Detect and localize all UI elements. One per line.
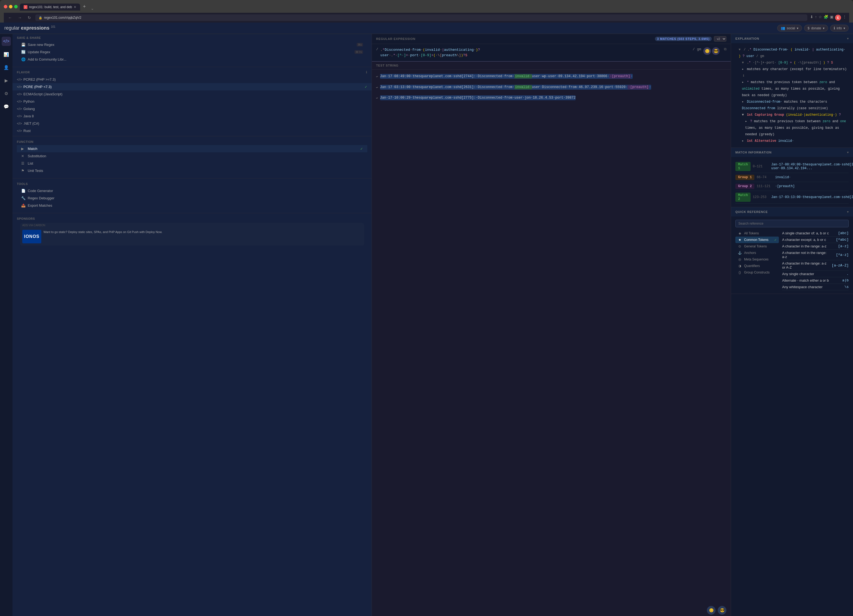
bookmark-icon[interactable]: ☆ bbox=[818, 15, 822, 21]
quick-ref-section: QUICK REFERENCE ▾ ◈ All Tokens ★ bbox=[731, 207, 853, 294]
rx-star2: * bbox=[393, 53, 395, 57]
maximize-window-button[interactable] bbox=[14, 5, 18, 8]
social-button[interactable]: 👥 social ▾ bbox=[777, 25, 802, 32]
flavor-java8-label: Java 8 bbox=[23, 114, 34, 118]
sidebar-toggle-icon[interactable]: ▣ bbox=[830, 15, 833, 21]
qr-row-8: Any whitespace character \s bbox=[782, 284, 848, 290]
test-string-content[interactable]: ↵ Jan·17·08:49:00·thesquareplanet.com·ss… bbox=[372, 70, 731, 108]
flavor-pcre[interactable]: </> PCRE (PHP <7.3) ✓ bbox=[12, 83, 372, 90]
tab-chevron-icon[interactable]: ⌄ bbox=[88, 6, 96, 11]
ecma-icon: </> bbox=[17, 92, 21, 96]
active-tab[interactable]: r regex101: build, test, and deb ✕ bbox=[20, 3, 80, 11]
tab-close-button[interactable]: ✕ bbox=[74, 5, 76, 9]
function-list[interactable]: ☰ List bbox=[17, 160, 367, 167]
match1-range: 0–121 bbox=[753, 165, 769, 168]
golang-icon: </> bbox=[17, 107, 21, 111]
qr-cat-all-tokens[interactable]: ◈ All Tokens bbox=[735, 230, 779, 237]
info-button[interactable]: ℹ info ▾ bbox=[830, 25, 848, 32]
extension-icon[interactable]: 🧩 bbox=[824, 15, 828, 21]
qr-cat-quantifiers[interactable]: ◑ Quantifiers bbox=[735, 262, 779, 269]
sidebar-icon-bar: </> 📊 👤 ▶ ⚙ 💬 bbox=[0, 34, 12, 616]
copy-regex-button[interactable]: ⧉ bbox=[724, 47, 726, 51]
flavor-info-icon[interactable]: ℹ bbox=[366, 70, 367, 74]
rx-quant1: + bbox=[406, 53, 408, 57]
test-string-panel: TEST STRING ↵ Jan·17·08:49:00·thesquarep… bbox=[372, 62, 731, 604]
back-button[interactable]: ← bbox=[6, 15, 14, 21]
match-info-header[interactable]: MATCH INFORMATION ▾ bbox=[731, 148, 853, 157]
tool-export-matches[interactable]: 📤 Export Matches bbox=[17, 202, 367, 209]
forward-button[interactable]: → bbox=[16, 15, 23, 21]
bottom-icon-2[interactable]: 😎 bbox=[718, 606, 726, 614]
flavor-java8[interactable]: </> Java 8 bbox=[12, 112, 372, 120]
donate-button[interactable]: $ donate ▾ bbox=[804, 25, 828, 32]
flavor-pcre2[interactable]: </> PCRE2 (PHP >=7.3) bbox=[12, 76, 372, 83]
function-match-label: Match bbox=[28, 147, 37, 151]
sidebar-icon-chat[interactable]: 💬 bbox=[2, 102, 11, 111]
function-match[interactable]: ▶ Match ✓ bbox=[17, 145, 367, 152]
qr-cat-common-tokens[interactable]: ★ Common Tokens ✓ bbox=[735, 237, 779, 243]
download-icon[interactable]: ⬇ bbox=[810, 15, 814, 21]
sidebar-icon-code[interactable]: </> bbox=[2, 37, 11, 46]
qr-cat-group-constructs[interactable]: () Group Constructs bbox=[735, 269, 779, 276]
url-bar[interactable]: 🔒 regex101.com/r/qqbZqh/2 bbox=[35, 14, 807, 21]
update-icon: 🔄 bbox=[21, 50, 26, 54]
sidebar-icon-user[interactable]: 👤 bbox=[2, 63, 11, 72]
rx-dot4: · bbox=[440, 48, 442, 52]
tab-bar: r regex101: build, test, and deb ✕ + ⌄ bbox=[20, 3, 96, 11]
exp-invalid-alt: invalid· bbox=[778, 139, 794, 143]
function-substitution-label: Substitution bbox=[28, 154, 46, 158]
minimize-window-button[interactable] bbox=[9, 5, 12, 8]
quick-ref-search[interactable] bbox=[735, 220, 848, 227]
tool-regex-debugger[interactable]: 🔧 Regex Debugger bbox=[17, 194, 367, 202]
regex-buddy-icon-2[interactable]: 😎 bbox=[712, 47, 719, 55]
function-substitution[interactable]: ✕ Substitution bbox=[17, 152, 367, 160]
flavor-python[interactable]: </> Python bbox=[12, 98, 372, 105]
bottom-icon-1[interactable]: 😊 bbox=[707, 606, 716, 614]
flavor-dotnet[interactable]: </> .NET (C#) bbox=[12, 120, 372, 127]
sponsor-section: SPONSORS ADS VIA CARBON IONOS Want to go… bbox=[12, 215, 372, 250]
regex-content: .*Disconnected·from·(invalid·|authentica… bbox=[380, 47, 690, 58]
group1-range: 66–74 bbox=[757, 176, 773, 179]
version-select[interactable]: v2 v1 bbox=[714, 36, 726, 41]
flavor-ecma[interactable]: </> ECMAScript (JavaScript) bbox=[12, 90, 372, 98]
sidebar-icon-settings[interactable]: ⚙ bbox=[2, 89, 11, 98]
center-panel: REGULAR EXPRESSION 3 matches (503 steps,… bbox=[372, 34, 731, 616]
meta-sequences-icon: ◎ bbox=[738, 258, 742, 261]
menu-icon[interactable]: ⋮ bbox=[843, 15, 847, 21]
match1-suffix: · bbox=[631, 74, 633, 78]
flavor-pcre2-label: PCRE2 (PHP >=7.3) bbox=[23, 77, 56, 82]
exp-zero: zero bbox=[819, 80, 827, 84]
quick-ref-header[interactable]: QUICK REFERENCE ▾ bbox=[731, 207, 853, 217]
tool-code-generator[interactable]: 📄 Code Generator bbox=[17, 187, 367, 194]
share-icon[interactable]: ↑ bbox=[815, 15, 817, 21]
match-check-icon: ✓ bbox=[360, 147, 363, 151]
qr-cat-anchors[interactable]: ⚓ Anchors bbox=[735, 250, 779, 256]
java8-icon: </> bbox=[17, 114, 21, 118]
rx-user: user bbox=[380, 53, 389, 57]
exp-bullet-2: ▸ bbox=[742, 80, 744, 84]
add-community-button[interactable]: 🌐 Add to Community Libr... bbox=[17, 56, 367, 63]
exp-charset: [0-9] bbox=[778, 61, 788, 65]
regex-editor[interactable]: / .*Disconnected·from·(invalid·|authenti… bbox=[372, 44, 731, 62]
tool-code-gen-label: Code Generator bbox=[28, 189, 53, 193]
group2-range: 111–121 bbox=[757, 184, 773, 188]
reload-button[interactable]: ↻ bbox=[26, 15, 33, 21]
sidebar-icon-chart[interactable]: 📊 bbox=[2, 50, 11, 59]
sidebar-icon-play[interactable]: ▶ bbox=[2, 76, 11, 85]
update-regex-button[interactable]: 🔄 Update Regex ⌘⇧s bbox=[17, 49, 367, 56]
qr-cat-general-tokens[interactable]: ⊙ General Tokens bbox=[735, 243, 779, 250]
new-tab-button[interactable]: + bbox=[81, 3, 88, 11]
regex-buddy-icon-1[interactable]: 😊 bbox=[703, 47, 711, 55]
match2-prefix: Jan·17·03:13:00·thesquareplanet.com·sshd… bbox=[380, 85, 515, 89]
exp-bullet-6: ▸ bbox=[742, 139, 744, 143]
common-tokens-icon: ★ bbox=[738, 238, 742, 242]
qr-cat-meta-sequences[interactable]: ◎ Meta Sequences bbox=[735, 256, 779, 262]
explanation-header[interactable]: EXPLANATION ▾ bbox=[731, 34, 853, 43]
exp-info-icon[interactable]: ℹ bbox=[743, 74, 744, 77]
save-new-regex-button[interactable]: 💾 Save new Regex ⌘s bbox=[17, 41, 367, 49]
flavor-rust[interactable]: </> Rust bbox=[12, 127, 372, 135]
match3-highlight: Jan·17·10:00:29·thesquareplanet.com·sshd… bbox=[380, 96, 576, 100]
function-unit-tests[interactable]: ⚑ Unit Tests bbox=[17, 167, 367, 174]
close-window-button[interactable] bbox=[4, 5, 8, 8]
flavor-golang[interactable]: </> Golang bbox=[12, 105, 372, 112]
